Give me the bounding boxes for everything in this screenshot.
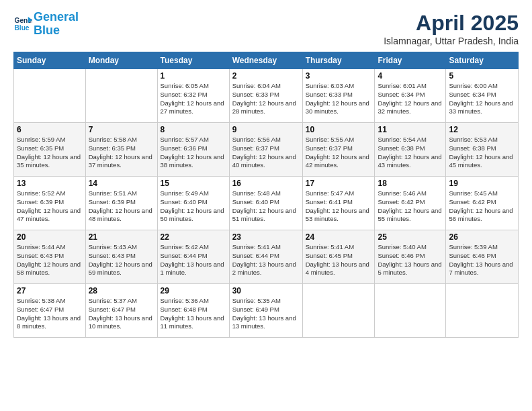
day-number: 21 — [89, 232, 154, 242]
day-info: Sunrise: 5:59 AM Sunset: 6:35 PM Dayligh… — [17, 136, 83, 170]
table-row: 30Sunrise: 5:35 AM Sunset: 6:49 PM Dayli… — [229, 284, 302, 338]
location: Islamnagar, Uttar Pradesh, India — [384, 36, 519, 46]
day-info: Sunrise: 5:54 AM Sunset: 6:38 PM Dayligh… — [378, 136, 443, 170]
table-row: 4Sunrise: 6:01 AM Sunset: 6:34 PM Daylig… — [375, 69, 446, 123]
svg-text:Blue: Blue — [15, 24, 30, 32]
table-row: 10Sunrise: 5:55 AM Sunset: 6:37 PM Dayli… — [302, 123, 375, 177]
day-info: Sunrise: 5:39 AM Sunset: 6:46 PM Dayligh… — [449, 243, 515, 277]
day-info: Sunrise: 5:44 AM Sunset: 6:43 PM Dayligh… — [17, 243, 83, 277]
table-row: 16Sunrise: 5:48 AM Sunset: 6:40 PM Dayli… — [229, 177, 302, 230]
table-row: 8Sunrise: 5:57 AM Sunset: 6:36 PM Daylig… — [157, 123, 229, 177]
day-number: 27 — [17, 286, 83, 295]
col-monday: Monday — [85, 52, 157, 69]
table-row: 20Sunrise: 5:44 AM Sunset: 6:43 PM Dayli… — [14, 230, 86, 284]
logo-text: General Blue — [34, 11, 79, 38]
day-number: 8 — [161, 125, 226, 134]
day-number: 28 — [89, 286, 154, 295]
table-row: 12Sunrise: 5:53 AM Sunset: 6:38 PM Dayli… — [446, 123, 519, 177]
col-wednesday: Wednesday — [229, 52, 302, 69]
day-number: 18 — [378, 179, 443, 188]
day-number: 20 — [17, 232, 83, 242]
table-row: 29Sunrise: 5:36 AM Sunset: 6:48 PM Dayli… — [157, 284, 229, 338]
table-row: 9Sunrise: 5:56 AM Sunset: 6:37 PM Daylig… — [229, 123, 302, 177]
day-info: Sunrise: 5:45 AM Sunset: 6:42 PM Dayligh… — [449, 189, 515, 224]
day-info: Sunrise: 5:56 AM Sunset: 6:37 PM Dayligh… — [232, 136, 300, 170]
logo: General Blue General Blue — [13, 11, 79, 38]
header: General Blue General Blue April 2025 Isl… — [13, 11, 519, 46]
month-year: April 2025 — [384, 11, 519, 36]
day-number: 26 — [449, 232, 515, 242]
day-info: Sunrise: 5:40 AM Sunset: 6:46 PM Dayligh… — [378, 243, 443, 277]
day-number: 13 — [17, 179, 83, 188]
day-info: Sunrise: 5:57 AM Sunset: 6:36 PM Dayligh… — [161, 136, 226, 170]
table-row: 2Sunrise: 6:04 AM Sunset: 6:33 PM Daylig… — [229, 69, 302, 123]
day-info: Sunrise: 5:52 AM Sunset: 6:39 PM Dayligh… — [17, 189, 83, 224]
day-info: Sunrise: 5:53 AM Sunset: 6:38 PM Dayligh… — [449, 136, 515, 170]
table-row: 15Sunrise: 5:49 AM Sunset: 6:40 PM Dayli… — [157, 177, 229, 230]
day-number: 23 — [232, 232, 300, 242]
col-saturday: Saturday — [446, 52, 519, 69]
day-info: Sunrise: 6:01 AM Sunset: 6:34 PM Dayligh… — [378, 82, 443, 116]
day-info: Sunrise: 5:55 AM Sunset: 6:37 PM Dayligh… — [306, 136, 372, 170]
day-number: 2 — [232, 71, 300, 81]
day-number: 11 — [378, 125, 443, 134]
calendar-week-row: 6Sunrise: 5:59 AM Sunset: 6:35 PM Daylig… — [14, 123, 519, 177]
day-number: 3 — [306, 71, 372, 81]
day-number: 4 — [378, 71, 443, 81]
title-block: April 2025 Islamnagar, Uttar Pradesh, In… — [384, 11, 519, 46]
table-row: 14Sunrise: 5:51 AM Sunset: 6:39 PM Dayli… — [85, 177, 157, 230]
day-info: Sunrise: 5:47 AM Sunset: 6:41 PM Dayligh… — [306, 189, 372, 224]
table-row: 22Sunrise: 5:42 AM Sunset: 6:44 PM Dayli… — [157, 230, 229, 284]
day-number: 22 — [161, 232, 226, 242]
day-info: Sunrise: 5:58 AM Sunset: 6:35 PM Dayligh… — [89, 136, 154, 170]
day-number: 25 — [378, 232, 443, 242]
day-info: Sunrise: 6:05 AM Sunset: 6:32 PM Dayligh… — [161, 82, 226, 116]
table-row: 5Sunrise: 6:00 AM Sunset: 6:34 PM Daylig… — [446, 69, 519, 123]
calendar-week-row: 20Sunrise: 5:44 AM Sunset: 6:43 PM Dayli… — [14, 230, 519, 284]
calendar-header-row: Sunday Monday Tuesday Wednesday Thursday… — [14, 52, 519, 69]
day-info: Sunrise: 6:03 AM Sunset: 6:33 PM Dayligh… — [306, 82, 372, 116]
day-info: Sunrise: 5:51 AM Sunset: 6:39 PM Dayligh… — [89, 189, 154, 224]
day-number: 24 — [306, 232, 372, 242]
day-info: Sunrise: 5:46 AM Sunset: 6:42 PM Dayligh… — [378, 189, 443, 224]
day-number: 6 — [17, 125, 83, 134]
day-info: Sunrise: 5:41 AM Sunset: 6:45 PM Dayligh… — [306, 243, 372, 277]
day-info: Sunrise: 5:43 AM Sunset: 6:43 PM Dayligh… — [89, 243, 154, 277]
col-thursday: Thursday — [302, 52, 375, 69]
day-number: 12 — [449, 125, 515, 134]
table-row: 17Sunrise: 5:47 AM Sunset: 6:41 PM Dayli… — [302, 177, 375, 230]
calendar-table: Sunday Monday Tuesday Wednesday Thursday… — [13, 52, 519, 338]
table-row: 19Sunrise: 5:45 AM Sunset: 6:42 PM Dayli… — [446, 177, 519, 230]
table-row: 26Sunrise: 5:39 AM Sunset: 6:46 PM Dayli… — [446, 230, 519, 284]
table-row: 27Sunrise: 5:38 AM Sunset: 6:47 PM Dayli… — [14, 284, 86, 338]
day-number: 14 — [89, 179, 154, 188]
day-number: 7 — [89, 125, 154, 134]
table-row: 7Sunrise: 5:58 AM Sunset: 6:35 PM Daylig… — [85, 123, 157, 177]
col-friday: Friday — [375, 52, 446, 69]
table-row: 1Sunrise: 6:05 AM Sunset: 6:32 PM Daylig… — [157, 69, 229, 123]
page: General Blue General Blue April 2025 Isl… — [0, 0, 532, 345]
logo-icon: General Blue — [13, 15, 32, 34]
day-info: Sunrise: 6:04 AM Sunset: 6:33 PM Dayligh… — [232, 82, 300, 116]
day-number: 15 — [161, 179, 226, 188]
table-row: 28Sunrise: 5:37 AM Sunset: 6:47 PM Dayli… — [85, 284, 157, 338]
table-row: 13Sunrise: 5:52 AM Sunset: 6:39 PM Dayli… — [14, 177, 86, 230]
day-number: 10 — [306, 125, 372, 134]
day-number: 16 — [232, 179, 300, 188]
calendar-week-row: 1Sunrise: 6:05 AM Sunset: 6:32 PM Daylig… — [14, 69, 519, 123]
day-info: Sunrise: 5:38 AM Sunset: 6:47 PM Dayligh… — [17, 297, 83, 331]
day-info: Sunrise: 5:49 AM Sunset: 6:40 PM Dayligh… — [161, 189, 226, 224]
calendar-week-row: 13Sunrise: 5:52 AM Sunset: 6:39 PM Dayli… — [14, 177, 519, 230]
day-info: Sunrise: 5:37 AM Sunset: 6:47 PM Dayligh… — [89, 297, 154, 331]
table-row: 21Sunrise: 5:43 AM Sunset: 6:43 PM Dayli… — [85, 230, 157, 284]
day-number: 30 — [232, 286, 300, 295]
day-info: Sunrise: 5:41 AM Sunset: 6:44 PM Dayligh… — [232, 243, 300, 277]
day-number: 19 — [449, 179, 515, 188]
day-info: Sunrise: 5:48 AM Sunset: 6:40 PM Dayligh… — [232, 189, 300, 224]
table-row: 24Sunrise: 5:41 AM Sunset: 6:45 PM Dayli… — [302, 230, 375, 284]
day-number: 5 — [449, 71, 515, 81]
day-number: 29 — [161, 286, 226, 295]
col-sunday: Sunday — [14, 52, 86, 69]
logo-blue: Blue — [34, 24, 60, 37]
table-row — [446, 284, 519, 338]
